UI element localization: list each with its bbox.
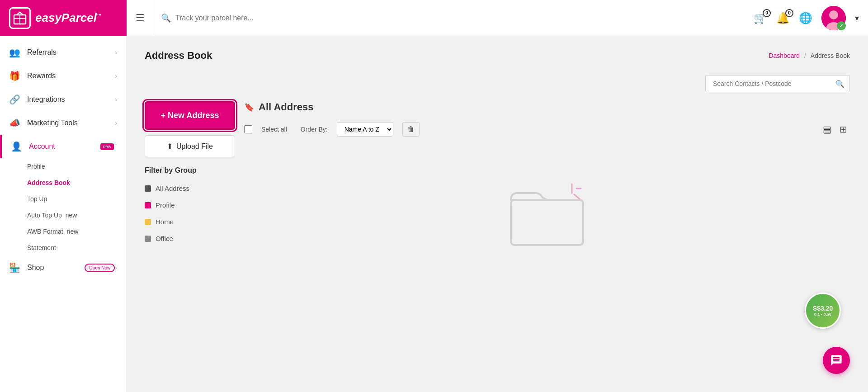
grid-view-button[interactable]: ⊞ bbox=[837, 122, 850, 137]
main-content: Address Book Dashboard / Address Book 🔍 … bbox=[127, 36, 868, 392]
submenu-statement[interactable]: Statement bbox=[27, 240, 126, 256]
select-all-checkbox[interactable] bbox=[244, 125, 252, 133]
filter-title: Filter by Group bbox=[145, 166, 235, 175]
header-icons: 🛒 0 🔔 0 🌐 ✓ ▾ bbox=[754, 6, 859, 30]
list-view-button[interactable]: ▤ bbox=[820, 122, 834, 137]
filter-dot-all bbox=[145, 185, 151, 192]
header: easyParcel™ ☰ 🔍 🛒 0 🔔 0 🌐 ✓ bbox=[0, 0, 868, 36]
sidebar-item-shop[interactable]: 🏪 Shop Open Now › bbox=[0, 256, 126, 279]
upload-file-button[interactable]: ⬆ Upload File bbox=[145, 135, 235, 157]
sidebar-chevron-account: ˅ bbox=[114, 143, 117, 150]
svg-rect-6 bbox=[511, 200, 583, 245]
sidebar-label-rewards: Rewards bbox=[27, 72, 115, 80]
sidebar-chevron-integrations: › bbox=[115, 96, 117, 103]
sidebar-item-integrations[interactable]: 🔗 Integrations › bbox=[0, 88, 126, 111]
avatar-wrapper[interactable]: ✓ bbox=[821, 6, 846, 30]
account-icon: 👤 bbox=[11, 141, 24, 152]
filter-label-office: Office bbox=[156, 235, 173, 242]
sidebar-item-referrals[interactable]: 👥 Referrals › bbox=[0, 41, 126, 64]
breadcrumb-separator: / bbox=[804, 52, 806, 59]
filter-dot-office bbox=[145, 236, 151, 242]
order-by-select[interactable]: Name A to Z Name Z to A Newest Oldest bbox=[337, 122, 393, 137]
globe-icon: 🌐 bbox=[799, 12, 812, 24]
cart-icon-wrapper[interactable]: 🛒 0 bbox=[754, 12, 767, 24]
hamburger-button[interactable]: ☰ bbox=[127, 12, 154, 24]
submenu-top-up[interactable]: Top Up bbox=[27, 191, 126, 207]
search-contacts-wrap: 🔍 bbox=[705, 75, 850, 92]
upload-icon: ⬆ bbox=[167, 142, 173, 151]
chevron-down-icon[interactable]: ▾ bbox=[855, 13, 859, 23]
breadcrumb: Address Book Dashboard / Address Book bbox=[145, 50, 850, 61]
sidebar: 👥 Referrals › 🎁 Rewards › 🔗 Integrations… bbox=[0, 36, 127, 392]
chat-button[interactable] bbox=[823, 347, 850, 374]
delete-button[interactable]: 🗑 bbox=[402, 122, 420, 137]
chat-icon bbox=[830, 354, 843, 367]
price-badge[interactable]: S$3.20 0.1 - 0.50 bbox=[805, 293, 841, 329]
logo-easy: easy bbox=[35, 11, 61, 24]
sidebar-label-integrations: Integrations bbox=[27, 95, 115, 104]
logo-parcel: Parcel bbox=[61, 11, 97, 24]
awb-format-new-badge: new bbox=[67, 228, 79, 235]
search-icon: 🔍 bbox=[161, 13, 171, 23]
layout: 👥 Referrals › 🎁 Rewards › 🔗 Integrations… bbox=[0, 36, 868, 392]
account-submenu: Profile Address Book Top Up Auto Top Up … bbox=[0, 158, 126, 256]
right-panel: 🔖 All Address Select all Order By: Name … bbox=[244, 101, 850, 277]
sidebar-item-account[interactable]: 👤 Account new ˅ bbox=[0, 135, 126, 158]
globe-icon-wrapper[interactable]: 🌐 bbox=[799, 12, 812, 24]
sidebar-chevron-marketing: › bbox=[115, 119, 117, 127]
submenu-address-book[interactable]: Address Book bbox=[27, 175, 126, 191]
logo-text: easyParcel™ bbox=[35, 11, 101, 25]
sidebar-chevron-referrals: › bbox=[115, 49, 117, 56]
search-contacts-icon: 🔍 bbox=[835, 80, 844, 88]
empty-folder-illustration bbox=[502, 177, 592, 250]
upload-file-label: Upload File bbox=[176, 142, 213, 151]
filter-home[interactable]: Home bbox=[145, 213, 235, 230]
bookmark-icon: 🔖 bbox=[244, 102, 254, 112]
svg-point-4 bbox=[829, 10, 838, 19]
sidebar-item-marketing-tools[interactable]: 📣 Marketing Tools › bbox=[0, 111, 126, 135]
track-search-input[interactable] bbox=[175, 14, 311, 22]
content-area: + New Address ⬆ Upload File Filter by Gr… bbox=[145, 101, 850, 277]
submenu-profile[interactable]: Profile bbox=[27, 158, 126, 175]
filter-label-home: Home bbox=[156, 218, 174, 226]
left-panel: + New Address ⬆ Upload File Filter by Gr… bbox=[145, 101, 235, 277]
search-contacts-area: 🔍 bbox=[145, 75, 850, 92]
price-badge-price: S$3.20 bbox=[813, 305, 833, 312]
sidebar-item-rewards[interactable]: 🎁 Rewards › bbox=[0, 64, 126, 88]
search-contacts-input[interactable] bbox=[705, 75, 850, 92]
list-view-icon: ▤ bbox=[823, 124, 831, 134]
submenu-top-up-label: Top Up bbox=[27, 195, 47, 203]
breadcrumb-nav: Dashboard / Address Book bbox=[769, 52, 850, 59]
auto-top-up-new-badge: new bbox=[66, 212, 77, 219]
filter-dot-profile bbox=[145, 202, 151, 208]
grid-view-icon: ⊞ bbox=[840, 124, 847, 134]
filter-profile[interactable]: Profile bbox=[145, 197, 235, 213]
breadcrumb-current: Address Book bbox=[811, 52, 850, 59]
select-all-label: Select all bbox=[261, 126, 287, 133]
submenu-profile-label: Profile bbox=[27, 163, 45, 170]
sidebar-label-marketing: Marketing Tools bbox=[27, 119, 115, 127]
account-new-badge: new bbox=[100, 143, 114, 150]
all-address-title: All Address bbox=[259, 101, 313, 113]
new-address-button[interactable]: + New Address bbox=[145, 101, 235, 130]
bell-badge: 0 bbox=[785, 9, 793, 17]
submenu-statement-label: Statement bbox=[27, 244, 56, 251]
filter-office[interactable]: Office bbox=[145, 230, 235, 247]
breadcrumb-dashboard-link[interactable]: Dashboard bbox=[769, 52, 800, 59]
page-title: Address Book bbox=[145, 50, 212, 61]
cart-badge: 0 bbox=[763, 9, 771, 17]
filter-label-all: All Address bbox=[156, 184, 189, 192]
submenu-awb-format-label: AWB Format bbox=[27, 228, 63, 235]
submenu-awb-format[interactable]: AWB Format new bbox=[27, 223, 126, 240]
bell-icon-wrapper[interactable]: 🔔 0 bbox=[776, 12, 790, 24]
address-toolbar: Select all Order By: Name A to Z Name Z … bbox=[244, 122, 850, 137]
view-toggle: ▤ ⊞ bbox=[820, 122, 850, 137]
price-badge-sub: 0.1 - 0.50 bbox=[814, 312, 831, 316]
filter-group: Filter by Group All Address Profile Home bbox=[145, 166, 235, 247]
submenu-address-book-label: Address Book bbox=[27, 179, 70, 186]
submenu-auto-top-up[interactable]: Auto Top Up new bbox=[27, 207, 126, 223]
avatar-check: ✓ bbox=[837, 21, 846, 30]
marketing-icon: 📣 bbox=[9, 118, 22, 128]
sidebar-chevron-shop: › bbox=[115, 264, 117, 271]
filter-all-address[interactable]: All Address bbox=[145, 180, 235, 197]
